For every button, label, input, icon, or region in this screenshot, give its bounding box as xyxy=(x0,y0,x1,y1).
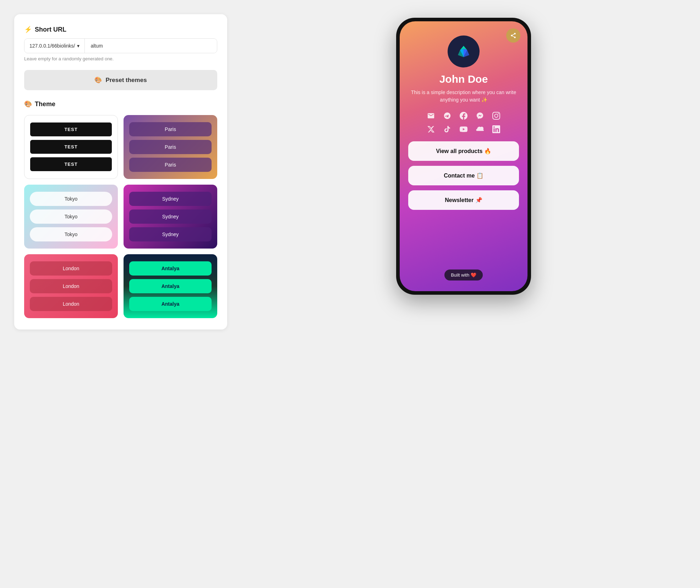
theme-btn-sydney-3: Sydney xyxy=(129,227,212,241)
built-with-badge: Built with ❤️ xyxy=(444,270,483,281)
theme-btn-antalya-1: Antalya xyxy=(129,261,212,276)
phone-screen: John Doe This is a simple description wh… xyxy=(400,21,527,291)
theme-card-black[interactable]: TEST TEST TEST xyxy=(24,115,118,179)
url-input-row: 127.0.0.1/66biolinks/ ▾ xyxy=(24,38,217,53)
profile-name: John Doe xyxy=(439,73,488,85)
share-icon xyxy=(510,32,516,39)
tiktok-icon[interactable] xyxy=(442,124,452,134)
theme-btn-antalya-2: Antalya xyxy=(129,279,212,293)
link-buttons: View all products 🔥 Contact me 📋 Newslet… xyxy=(408,141,519,210)
theme-btn-london-3: London xyxy=(30,297,112,311)
theme-btn-tokyo-2: Tokyo xyxy=(30,209,112,224)
social-icons-row-2 xyxy=(426,124,501,134)
url-slug-input[interactable] xyxy=(85,39,217,53)
newsletter-button[interactable]: Newsletter 📌 xyxy=(408,190,519,210)
theme-btn-sydney-2: Sydney xyxy=(129,209,212,224)
view-all-products-button[interactable]: View all products 🔥 xyxy=(408,141,519,161)
url-prefix[interactable]: 127.0.0.1/66biolinks/ ▾ xyxy=(24,39,85,53)
linkedin-icon[interactable] xyxy=(491,124,501,134)
theme-card-sydney[interactable]: Sydney Sydney Sydney xyxy=(124,185,217,249)
short-url-section: ⚡ Short URL 127.0.0.1/66biolinks/ ▾ Leav… xyxy=(24,26,217,61)
email-icon[interactable] xyxy=(426,111,436,121)
theme-btn-paris-2: Paris xyxy=(129,140,212,154)
chevron-down-icon: ▾ xyxy=(77,43,80,49)
theme-btn-london-2: London xyxy=(30,279,112,293)
theme-btn-tokyo-3: Tokyo xyxy=(30,227,112,241)
theme-btn-black-3: TEST xyxy=(30,157,112,171)
logo-icon xyxy=(453,41,474,62)
avatar xyxy=(448,36,480,67)
palette-icon: 🎨 xyxy=(94,76,102,84)
theme-palette-icon: 🎨 xyxy=(24,100,32,108)
url-hint: Leave empty for a randomly generated one… xyxy=(24,56,217,61)
telegram-icon[interactable] xyxy=(442,111,452,121)
theme-btn-paris-1: Paris xyxy=(129,122,212,136)
bolt-icon: ⚡ xyxy=(24,26,32,33)
short-url-title: ⚡ Short URL xyxy=(24,26,217,33)
themes-grid: TEST TEST TEST Paris Paris Paris Tokyo T… xyxy=(24,115,217,318)
theme-title: 🎨 Theme xyxy=(24,100,217,108)
theme-card-london[interactable]: London London London xyxy=(24,254,118,318)
preset-themes-button[interactable]: 🎨 Preset themes xyxy=(24,70,217,90)
url-prefix-text: 127.0.0.1/66biolinks/ xyxy=(29,43,75,49)
theme-btn-london-1: London xyxy=(30,261,112,276)
theme-btn-black-1: TEST xyxy=(30,123,112,136)
profile-desc: This is a simple description where you c… xyxy=(408,89,519,104)
theme-btn-antalya-3: Antalya xyxy=(129,297,212,311)
youtube-icon[interactable] xyxy=(459,124,469,134)
left-panel: ⚡ Short URL 127.0.0.1/66biolinks/ ▾ Leav… xyxy=(14,14,227,330)
social-icons-row-1 xyxy=(426,111,501,121)
theme-card-paris[interactable]: Paris Paris Paris xyxy=(124,115,217,179)
theme-btn-paris-3: Paris xyxy=(129,158,212,172)
facebook-icon[interactable] xyxy=(459,111,469,121)
theme-card-tokyo[interactable]: Tokyo Tokyo Tokyo xyxy=(24,185,118,249)
phone-wrapper: John Doe This is a simple description wh… xyxy=(241,14,686,295)
messenger-icon[interactable] xyxy=(475,111,485,121)
theme-card-antalya[interactable]: Antalya Antalya Antalya xyxy=(124,254,217,318)
contact-me-button[interactable]: Contact me 📋 xyxy=(408,166,519,185)
phone-frame: John Doe This is a simple description wh… xyxy=(396,18,531,295)
theme-btn-tokyo-1: Tokyo xyxy=(30,192,112,206)
theme-btn-black-2: TEST xyxy=(30,140,112,154)
theme-section: 🎨 Theme TEST TEST TEST Paris Paris Paris… xyxy=(24,100,217,318)
x-twitter-icon[interactable] xyxy=(426,124,436,134)
instagram-icon[interactable] xyxy=(491,111,501,121)
theme-btn-sydney-1: Sydney xyxy=(129,192,212,206)
share-button[interactable] xyxy=(506,28,520,43)
soundcloud-icon[interactable] xyxy=(475,124,485,134)
